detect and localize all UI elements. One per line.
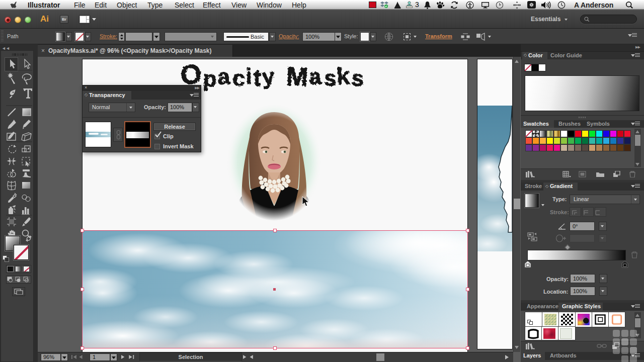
svg-text:p: p (203, 66, 217, 91)
svg-text:t: t (253, 64, 262, 91)
svg-text:s: s (324, 65, 337, 90)
svg-text:y: y (261, 63, 275, 89)
svg-text:a: a (308, 64, 323, 89)
svg-text:c: c (232, 65, 246, 90)
svg-text:k: k (336, 63, 351, 89)
svg-text:s: s (351, 65, 365, 90)
svg-text:M: M (285, 61, 308, 92)
svg-text:a: a (217, 64, 231, 89)
svg-text:i: i (246, 64, 253, 88)
